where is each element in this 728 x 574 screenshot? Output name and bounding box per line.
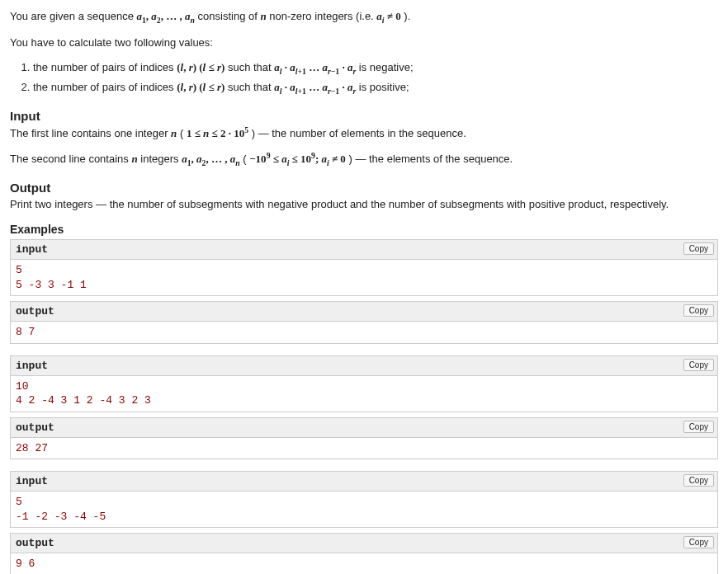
input-label: input	[16, 360, 48, 372]
math-pair: (l, r) (l ≤ r)	[177, 61, 225, 73]
example-input-block: input Copy 5 -1 -2 -3 -4 -5	[10, 471, 718, 528]
math-n: n	[260, 10, 266, 22]
input-p2: The second line contains n integers a1, …	[10, 150, 718, 170]
math-pair: (l, r) (l ≤ r)	[177, 81, 225, 93]
text: the number of pairs of indices	[33, 81, 177, 93]
example-group: input Copy 5 -1 -2 -3 -4 -5 output Copy …	[10, 471, 718, 574]
example-output-text: 28 27	[11, 438, 717, 459]
copy-button[interactable]: Copy	[683, 536, 714, 548]
math-product: al · al+1 … ar−1 · ar	[274, 81, 356, 93]
output-heading: Output	[10, 181, 718, 195]
example-output-block: output Copy 9 6	[10, 533, 718, 574]
text: ) — the elements of the sequence.	[348, 153, 513, 165]
copy-button[interactable]: Copy	[683, 474, 714, 487]
output-label: output	[16, 537, 54, 549]
example-output-text: 8 7	[11, 322, 717, 343]
text: consisting of	[198, 10, 261, 22]
math-product: al · al+1 … ar−1 · ar	[274, 61, 356, 73]
example-output-text: 9 6	[11, 553, 717, 574]
output-p: Print two integers — the number of subse…	[10, 196, 718, 213]
copy-button[interactable]: Copy	[683, 421, 714, 433]
math-n: n	[171, 127, 177, 139]
math-range: −109 ≤ ai ≤ 109; ai ≠ 0	[249, 153, 346, 165]
text: is positive;	[359, 81, 409, 93]
examples-heading: Examples	[10, 223, 718, 236]
math-cond: ai ≠ 0	[376, 10, 400, 22]
text: the number of pairs of indices	[33, 61, 177, 73]
values-list: the number of pairs of indices (l, r) (l…	[10, 59, 718, 97]
example-input-block: input Copy 5 5 -3 3 -1 1	[10, 239, 718, 296]
math-seq: a1, a2, … , an	[136, 10, 194, 22]
text: ).	[404, 10, 410, 22]
block-header: output Copy	[11, 534, 717, 553]
example-input-block: input Copy 10 4 2 -4 3 1 2 -4 3 2 3	[10, 355, 718, 412]
math-n: n	[131, 153, 137, 165]
block-header: input Copy	[11, 472, 717, 492]
output-label: output	[16, 305, 54, 318]
block-header: input Copy	[11, 240, 717, 260]
copy-button[interactable]: Copy	[683, 304, 714, 317]
example-output-block: output Copy 28 27	[10, 417, 718, 460]
input-p1: The first line contains one integer n ( …	[10, 125, 718, 142]
math-seq: a1, a2, … , an	[182, 153, 239, 165]
text: (	[180, 127, 183, 139]
example-input-text: 10 4 2 -4 3 1 2 -4 3 2 3	[11, 376, 717, 412]
block-header: output Copy	[11, 302, 717, 322]
example-input-text: 5 5 -3 3 -1 1	[11, 260, 717, 295]
input-label: input	[16, 475, 48, 487]
example-output-block: output Copy 8 7	[10, 301, 718, 344]
math-range: 1 ≤ n ≤ 2 · 105	[187, 127, 248, 139]
output-label: output	[16, 421, 54, 434]
block-header: output Copy	[11, 418, 717, 438]
text: such that	[228, 61, 274, 73]
list-item: the number of pairs of indices (l, r) (l…	[33, 59, 718, 78]
text: such that	[228, 81, 274, 93]
text: is negative;	[359, 61, 414, 73]
text: The second line contains	[10, 153, 131, 165]
input-heading: Input	[10, 109, 718, 123]
text: non-zero integers (i.e.	[269, 10, 376, 22]
text: ) — the number of elements in the sequen…	[252, 127, 466, 139]
block-header: input Copy	[11, 356, 717, 376]
text: You are given a sequence	[10, 10, 136, 22]
problem-statement-p2: You have to calculate two following valu…	[10, 35, 718, 51]
problem-statement-p1: You are given a sequence a1, a2, … , an …	[10, 8, 718, 26]
example-group: input Copy 5 5 -3 3 -1 1 output Copy 8 7	[10, 239, 718, 344]
text: The first line contains one integer	[10, 127, 171, 139]
input-label: input	[16, 243, 48, 256]
list-item: the number of pairs of indices (l, r) (l…	[33, 79, 718, 97]
copy-button[interactable]: Copy	[683, 359, 714, 371]
example-input-text: 5 -1 -2 -3 -4 -5	[11, 492, 717, 527]
example-group: input Copy 10 4 2 -4 3 1 2 -4 3 2 3 outp…	[10, 355, 718, 460]
copy-button[interactable]: Copy	[683, 242, 714, 255]
text: integers	[140, 153, 182, 165]
text: (	[243, 153, 246, 165]
